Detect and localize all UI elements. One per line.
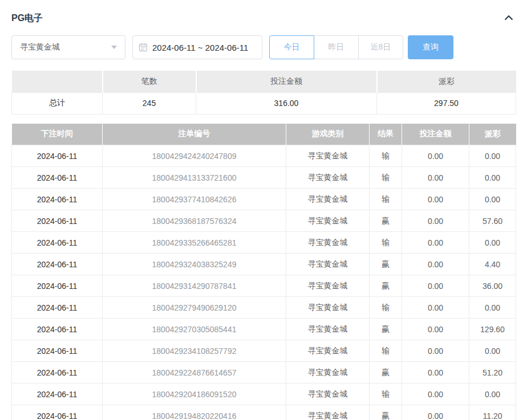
quick-date-button-group: 今日 昨日 近8日: [269, 35, 403, 59]
cell: 1800429194820220416: [103, 405, 286, 420]
table-row: 2024-06-111800429424240247809寻宝黄金城输0.000…: [12, 145, 516, 167]
cell: 1800429204186091520: [103, 384, 286, 405]
cell: 1800429234108257792: [103, 340, 286, 362]
game-select[interactable]: 寻宝黄金城: [11, 35, 125, 59]
cell: 寻宝黄金城: [286, 145, 370, 167]
cell: 寻宝黄金城: [286, 319, 370, 340]
cell: 1800429279490629120: [103, 297, 286, 319]
cell: 0.00: [402, 167, 469, 189]
cell: 0.00: [402, 297, 469, 319]
cell: 2024-06-11: [12, 145, 103, 167]
date-range-value: 2024-06-11 ~ 2024-06-11: [152, 43, 248, 52]
cell: 赢: [370, 362, 402, 384]
query-button[interactable]: 查询: [408, 35, 453, 59]
cell: 赢: [370, 405, 402, 420]
cell: 赢: [370, 275, 402, 297]
cell: 寻宝黄金城: [286, 189, 370, 210]
date-range-input[interactable]: 2024-06-11 ~ 2024-06-11: [132, 35, 262, 59]
table-row: 2024-06-111800429234108257792寻宝黄金城输0.000…: [12, 340, 516, 362]
table-row: 2024-06-111800429204186091520寻宝黄金城输0.000…: [12, 384, 516, 405]
summary-total-row: 总计245316.00297.50: [12, 92, 516, 114]
cell: 0.00: [402, 405, 469, 420]
cell: 1800429324038325249: [103, 254, 286, 275]
cell: 1800429224876614657: [103, 362, 286, 384]
cell: 1800429368187576324: [103, 210, 286, 232]
cell: 0.00: [469, 232, 516, 254]
cell: 输: [370, 384, 402, 405]
cell: 寻宝黄金城: [286, 362, 370, 384]
yesterday-button[interactable]: 昨日: [314, 35, 359, 59]
cell: 11.20: [469, 405, 516, 420]
bet-records-table: 下注时间注单编号游戏类别结果投注金额派彩 2024-06-11180042942…: [11, 124, 516, 420]
cell: 赢: [370, 254, 402, 275]
cell: 赢: [370, 210, 402, 232]
cell: 输: [370, 232, 402, 254]
cell: 寻宝黄金城: [286, 340, 370, 362]
cell: 245: [103, 92, 196, 114]
cell: 寻宝黄金城: [286, 167, 370, 189]
cell: 0.00: [402, 275, 469, 297]
cell: 0.00: [402, 362, 469, 384]
cell: 1800429335266465281: [103, 232, 286, 254]
cell: 297.50: [377, 92, 516, 114]
cell: 输: [370, 145, 402, 167]
cell: 2024-06-11: [12, 384, 103, 405]
cell: 0.00: [469, 145, 516, 167]
cell: 2024-06-11: [12, 319, 103, 340]
column-header: 注单编号: [103, 124, 286, 145]
caret-down-icon: [111, 46, 117, 49]
cell: 0.00: [402, 232, 469, 254]
column-header: 投注金额: [402, 124, 469, 145]
table-row: 2024-06-111800429224876614657寻宝黄金城赢0.005…: [12, 362, 516, 384]
cell: 输: [370, 189, 402, 210]
column-header: 投注金额: [196, 71, 377, 92]
filter-toolbar: 寻宝黄金城 2024-06-11 ~ 2024-06-11 今日 昨日 近8日: [11, 35, 516, 59]
table-row: 2024-06-111800429413133721600寻宝黄金城输0.000…: [12, 167, 516, 189]
cell: 1800429270305085441: [103, 319, 286, 340]
cell: 2024-06-11: [12, 297, 103, 319]
cell: 0.00: [402, 210, 469, 232]
cell: 1800429424240247809: [103, 145, 286, 167]
cell: 0.00: [469, 189, 516, 210]
summary-table: 笔数投注金额派彩 总计245316.00297.50: [11, 71, 516, 115]
cell: 0.00: [402, 189, 469, 210]
table-row: 2024-06-111800429324038325249寻宝黄金城赢0.004…: [12, 254, 516, 275]
table-row: 2024-06-111800429368187576324寻宝黄金城赢0.005…: [12, 210, 516, 232]
cell: 2024-06-11: [12, 210, 103, 232]
column-header: 派彩: [469, 124, 516, 145]
table-row: 2024-06-111800429194820220416寻宝黄金城赢0.001…: [12, 405, 516, 420]
panel-title: PG电子: [11, 13, 43, 25]
cell: 2024-06-11: [12, 254, 103, 275]
cell: 0.00: [469, 384, 516, 405]
cell: 2024-06-11: [12, 362, 103, 384]
cell: 寻宝黄金城: [286, 254, 370, 275]
today-button[interactable]: 今日: [269, 35, 314, 59]
cell: 寻宝黄金城: [286, 210, 370, 232]
calendar-icon: [139, 43, 148, 52]
last-8-days-button[interactable]: 近8日: [358, 35, 403, 59]
cell: 51.20: [469, 362, 516, 384]
cell: 0.00: [469, 340, 516, 362]
cell: 129.60: [469, 319, 516, 340]
column-header: 结果: [370, 124, 402, 145]
cell: 寻宝黄金城: [286, 232, 370, 254]
cell: 输: [370, 340, 402, 362]
cell: 输: [370, 167, 402, 189]
cell: 0.00: [402, 319, 469, 340]
collapse-panel-button[interactable]: [502, 11, 516, 25]
cell: 1800429314290787841: [103, 275, 286, 297]
chevron-up-icon: [503, 12, 514, 25]
cell: 1800429377410842626: [103, 189, 286, 210]
cell: 316.00: [196, 92, 377, 114]
column-header: 下注时间: [12, 124, 103, 145]
cell: 1800429413133721600: [103, 167, 286, 189]
cell: 寻宝黄金城: [286, 384, 370, 405]
cell: 4.40: [469, 254, 516, 275]
cell: 2024-06-11: [12, 189, 103, 210]
table-row: 2024-06-111800429270305085441寻宝黄金城赢0.001…: [12, 319, 516, 340]
cell: 0.00: [402, 340, 469, 362]
cell: 2024-06-11: [12, 275, 103, 297]
column-header: 派彩: [377, 71, 516, 92]
table-row: 2024-06-111800429279490629120寻宝黄金城输0.000…: [12, 297, 516, 319]
column-header: 笔数: [103, 71, 196, 92]
